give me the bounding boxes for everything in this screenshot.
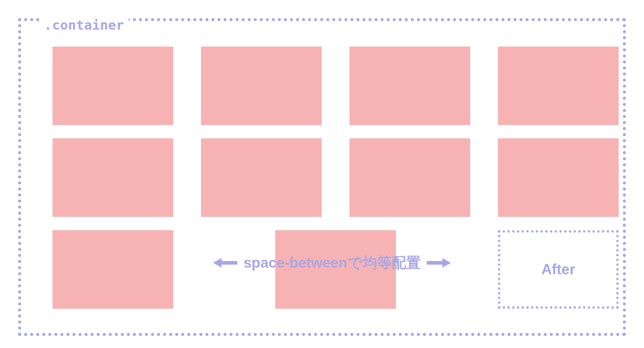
arrow-right-icon <box>427 257 451 268</box>
flex-item <box>53 47 173 125</box>
diagram-stage: .container After space-betweenで均等配置 <box>12 12 632 336</box>
arrow-left-icon <box>213 257 237 268</box>
flex-item <box>498 47 619 125</box>
annotation-text: space-betweenで均等配置 <box>243 253 420 272</box>
flex-item <box>349 138 470 217</box>
svg-marker-1 <box>427 258 451 268</box>
container-outline: .container After space-betweenで均等配置 <box>18 18 626 336</box>
after-pseudo-element: After <box>498 230 619 309</box>
annotation: space-betweenで均等配置 <box>190 253 474 272</box>
flex-item <box>498 138 619 217</box>
flex-item <box>201 47 322 125</box>
flex-item <box>349 47 470 125</box>
svg-marker-0 <box>213 258 237 268</box>
flex-item <box>53 230 173 309</box>
flex-item <box>53 138 173 217</box>
container-label: .container <box>39 18 129 33</box>
flex-item <box>201 138 322 217</box>
after-label: After <box>541 261 575 278</box>
